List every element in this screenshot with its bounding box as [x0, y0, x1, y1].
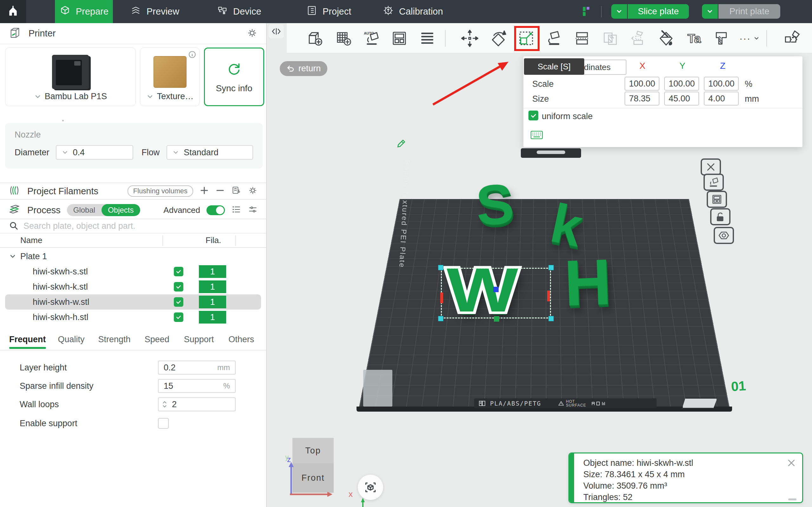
printer-card[interactable]: Bambu Lab P1S: [5, 48, 136, 106]
advanced-toggle[interactable]: [206, 205, 225, 215]
scale-handle-y[interactable]: [494, 316, 499, 322]
scale-handle-corner[interactable]: [548, 316, 554, 321]
view-cube-button[interactable]: [358, 475, 383, 500]
uniform-scale-checkbox[interactable]: [528, 111, 538, 120]
scale-x-input[interactable]: 100.00: [624, 77, 659, 91]
add-filament-icon[interactable]: [200, 186, 209, 196]
lock-plate-button[interactable]: [710, 208, 730, 225]
delete-plate-button[interactable]: [701, 158, 721, 176]
print-plate-button[interactable]: Print plate: [718, 4, 780, 19]
size-z-input[interactable]: 4.00: [704, 92, 739, 106]
tab-support[interactable]: Support: [184, 335, 214, 349]
add-object-button[interactable]: [304, 27, 326, 50]
collapse-sidebar-button[interactable]: [269, 24, 284, 38]
arrange-button[interactable]: [388, 27, 411, 50]
tab-others[interactable]: Others: [229, 335, 254, 349]
return-button[interactable]: return: [280, 61, 327, 76]
edit-plate-name-pencil-icon[interactable]: [396, 138, 406, 150]
sparse-infill-input[interactable]: 15 %: [158, 379, 236, 393]
remove-filament-icon[interactable]: [215, 186, 225, 196]
model-letter-w-selected[interactable]: W W: [441, 268, 551, 319]
tab-frequent[interactable]: Frequent: [9, 335, 46, 349]
tab-calibration[interactable]: Calibration: [383, 0, 443, 23]
layer-height-input[interactable]: 0.2 mm: [158, 360, 236, 375]
flushing-volumes-button[interactable]: Flushing volumes: [128, 185, 193, 197]
scale-handle-x-right[interactable]: [547, 291, 550, 301]
info-panel-resize-dash[interactable]: [788, 498, 797, 500]
filament-badge[interactable]: 1: [199, 280, 226, 293]
wall-loops-stepper[interactable]: 2: [158, 397, 236, 411]
move-tool-button[interactable]: [458, 27, 481, 50]
tab-prepare[interactable]: Prepare: [55, 0, 113, 23]
scale-handle-z[interactable]: [493, 287, 499, 292]
tune-sliders-icon[interactable]: [248, 205, 258, 216]
scale-y-input[interactable]: 100.00: [664, 77, 699, 91]
flow-select[interactable]: Standard: [166, 145, 253, 160]
tab-device[interactable]: Device: [217, 0, 261, 23]
scale-z-input[interactable]: 100.00: [704, 77, 739, 91]
object-visible-checkbox[interactable]: [174, 267, 183, 276]
filament-settings-gear-icon[interactable]: [248, 185, 258, 197]
auto-orient-button[interactable]: AUTO: [360, 27, 383, 50]
plate-type-card[interactable]: Texture…: [140, 48, 200, 106]
sync-info-button[interactable]: Sync info: [204, 48, 264, 106]
info-icon[interactable]: [188, 50, 196, 60]
enable-support-checkbox[interactable]: [158, 418, 169, 429]
scale-handle-corner[interactable]: [548, 265, 554, 270]
object-visible-checkbox[interactable]: [174, 297, 183, 307]
scale-handle-corner[interactable]: [438, 316, 444, 321]
slice-plate-button[interactable]: Slice plate: [628, 4, 689, 19]
scale-handle-corner[interactable]: [438, 265, 444, 270]
lay-on-face-button[interactable]: [543, 27, 565, 50]
list-item-plate[interactable]: Plate 1: [0, 249, 266, 264]
filament-badge[interactable]: 1: [199, 311, 226, 324]
tab-preview[interactable]: Preview: [130, 0, 179, 23]
printer-settings-gear-icon[interactable]: [247, 27, 258, 40]
size-y-input[interactable]: 45.00: [664, 92, 699, 106]
arrange-plate-button[interactable]: [707, 191, 727, 208]
search-input[interactable]: [23, 221, 257, 231]
plate-indicator-icon[interactable]: [580, 5, 592, 19]
model-letter-s[interactable]: S: [474, 171, 516, 238]
close-icon[interactable]: [785, 457, 798, 469]
size-x-input[interactable]: 78.35: [624, 92, 659, 106]
auto-orient-plate-button[interactable]: [704, 174, 724, 191]
split-to-parts-button[interactable]: [627, 27, 650, 50]
scope-objects[interactable]: Objects: [101, 204, 140, 216]
cut-tool-button[interactable]: [571, 27, 594, 50]
list-item-object-selected[interactable]: hiwi-skwh-w.stl 1: [5, 294, 261, 309]
nozzle-diameter-select[interactable]: 0.4: [56, 145, 134, 160]
more-tools-button[interactable]: ···: [738, 27, 761, 50]
add-plate-button[interactable]: [332, 27, 355, 50]
stepper-arrows[interactable]: [162, 400, 167, 408]
filament-sync-icon[interactable]: [231, 185, 241, 197]
slice-plate-dropdown[interactable]: [611, 4, 627, 19]
tab-speed[interactable]: Speed: [145, 335, 169, 349]
list-item-object[interactable]: hiwi-skwh-k.stl 1: [0, 279, 266, 294]
list-item-object[interactable]: hiwi-skwh-h.stl 1: [0, 309, 266, 325]
emboss-svg-button[interactable]: [710, 27, 733, 50]
tab-strength[interactable]: Strength: [98, 335, 131, 349]
process-scope-toggle[interactable]: Global Objects: [67, 204, 140, 216]
object-visible-checkbox[interactable]: [174, 282, 183, 291]
scope-global[interactable]: Global: [67, 204, 101, 216]
home-button[interactable]: [0, 0, 26, 23]
print-plate-dropdown[interactable]: [702, 4, 718, 19]
keyboard-icon[interactable]: [530, 130, 543, 141]
mesh-boolean-button[interactable]: [599, 27, 622, 50]
tab-quality[interactable]: Quality: [58, 335, 85, 349]
model-letter-h[interactable]: H: [563, 244, 612, 320]
filament-badge[interactable]: 1: [199, 265, 226, 278]
rotate-tool-button[interactable]: [487, 27, 510, 50]
object-visible-checkbox[interactable]: [174, 313, 183, 322]
scale-handle-x-left[interactable]: [440, 292, 443, 303]
plate-settings-button[interactable]: [714, 227, 734, 244]
view-list-icon[interactable]: [231, 205, 241, 216]
split-to-objects-button[interactable]: [416, 27, 439, 50]
list-item-object[interactable]: hiwi-skwh-s.stl 1: [0, 264, 266, 279]
filament-badge[interactable]: 1: [199, 296, 226, 308]
tab-project[interactable]: Project: [306, 0, 351, 23]
scale-tool-button[interactable]: [515, 27, 538, 50]
text-tool-button[interactable]: Ta: [682, 27, 705, 50]
assembly-view-button[interactable]: [780, 27, 803, 50]
